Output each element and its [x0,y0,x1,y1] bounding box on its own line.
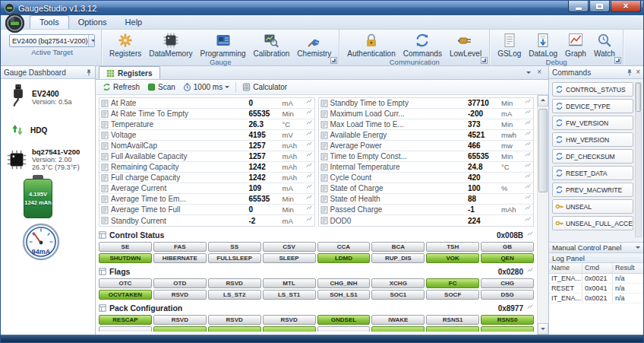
register-row-average-power[interactable]: Average Power466mw [319,141,534,151]
register-row-average-current[interactable]: Average Current109mA [99,183,314,194]
dialog-launcher-button[interactable] [481,57,488,64]
spark-icon[interactable] [526,230,534,237]
dialog-launcher-button[interactable] [330,57,337,64]
register-row-nomavailcap[interactable]: NomAvailCap1257mAh [99,141,314,151]
register-row-full-available-capacity[interactable]: Full Available Capacity1257mAh [99,151,314,162]
spark-icon[interactable] [524,141,532,147]
ribbon-button-registers[interactable]: Registers [106,31,145,58]
tab-help[interactable]: Help [116,16,152,29]
ribbon-button-datamemory[interactable]: DataMemory [145,31,196,58]
dashboard-bus-item[interactable]: HDQ [1,122,95,138]
spark-icon[interactable] [305,98,313,104]
bit-flag[interactable] [317,326,371,332]
bit-flag-ls-st1[interactable]: LS_ST1 [263,290,316,300]
ribbon-button-datalog[interactable]: DataLog [525,31,561,58]
spark-icon[interactable] [524,205,532,211]
bit-flag-ldmd[interactable]: LDMD [317,253,371,263]
register-row-average-time-to-em[interactable]: Average Time to Em...65535Min [99,194,314,205]
register-row-standby-time-to-empty[interactable]: Standby Time to Empty37710Min [319,98,534,109]
command-button-control-status[interactable]: CONTROL_STATUS [552,82,633,97]
spark-icon[interactable] [305,194,313,200]
bit-flag-chg[interactable]: CHG [481,278,534,288]
ribbon-button-watch[interactable]: Watch [590,31,619,58]
bit-flag-bca[interactable]: BCA [371,242,425,252]
ribbon-button-chemistry[interactable]: Chemistry [293,31,335,58]
bit-flag[interactable] [153,326,207,332]
battery-icon[interactable]: 4.195V 1242 mAh [24,175,52,218]
commands-scrollbar[interactable] [635,82,642,237]
bit-flag[interactable] [99,326,152,332]
bit-flag-csv[interactable]: CSV [263,242,316,252]
close-button[interactable] [611,1,641,12]
spark-icon[interactable] [305,130,313,136]
maximize-button[interactable] [589,1,610,12]
tab-registers[interactable]: Registers [99,66,160,79]
spark-icon[interactable] [305,141,313,147]
bit-flag-fas[interactable]: FAS [153,242,207,252]
spark-icon[interactable] [524,216,532,222]
bit-flag-se[interactable]: SE [99,242,152,252]
command-button-fw-version[interactable]: FW_VERSION [552,116,633,130]
refresh-button[interactable]: Refresh [99,81,144,94]
bit-flag-ls-st2[interactable]: LS_ST2 [208,290,261,300]
bit-flag-qen[interactable]: QEN [481,253,534,263]
bit-flag-shutdwn[interactable]: SHUTDWN [99,253,152,263]
bit-flag[interactable] [426,326,479,332]
spark-icon[interactable] [524,98,532,104]
bit-flag-gndsel[interactable]: GNDSEL [317,315,371,325]
bit-flag[interactable] [481,326,534,332]
scan-interval-dropdown[interactable]: 1000 ms [179,81,233,94]
register-row-voltage[interactable]: Voltage4195mV [99,130,314,141]
bit-flag-soh-ls1[interactable]: SOH_LS1 [317,290,371,300]
register-row-at-rate-time-to-empty[interactable]: At Rate Time To Empty65535Min [99,109,314,119]
ribbon-button-commands[interactable]: Commands [399,31,446,58]
dashboard-adapter-item[interactable]: EV2400 Version: 0.5a [1,84,95,111]
register-row-state-of-health[interactable]: State of Health88 [319,194,534,205]
bit-flag-soc1[interactable]: SOC1 [371,290,425,300]
ribbon-button-calibration[interactable]: Calibration [250,31,294,58]
spark-icon[interactable] [526,267,534,273]
register-row-available-energy[interactable]: Available Energy4521mwh [319,130,534,141]
scan-button[interactable]: Scan [144,81,179,94]
bit-flag-iwake[interactable]: IWAKE [371,315,425,325]
scroll-down-button[interactable] [538,323,548,335]
register-row-standby-current[interactable]: Standby Current-2mA [99,215,314,226]
spark-icon[interactable] [524,173,532,179]
spark-icon[interactable] [524,151,532,157]
bit-flag-gb[interactable]: GB [481,242,534,252]
pin-icon[interactable] [86,68,92,77]
bit-flag-ss[interactable]: SS [208,242,261,252]
ribbon-button-lowlevel[interactable]: LowLevel [446,31,485,58]
bit-flag-fc[interactable]: FC [426,278,479,288]
command-button-prev-macwrite[interactable]: PREV_MACWRITE [552,183,633,197]
bit-flag-sleep[interactable]: SLEEP [263,253,316,263]
bit-flag-rsvd[interactable]: RSVD [208,278,261,288]
bit-flag-tsh[interactable]: TSH [426,242,479,252]
bit-flag[interactable] [371,326,425,332]
register-row-state-of-charge[interactable]: State of Charge100% [319,183,534,194]
spark-icon[interactable] [526,303,534,310]
bit-flag-rsvd[interactable]: RSVD [153,315,207,325]
register-row-dod0[interactable]: DOD0224 [319,215,534,226]
bit-flag-cca[interactable]: CCA [317,242,371,252]
spark-icon[interactable] [524,183,532,189]
bit-flag-socf[interactable]: SOCF [426,290,479,300]
command-button-device-type[interactable]: DEVICE_TYPE [552,99,633,113]
scrollbar-thumb[interactable] [538,109,548,192]
bit-flag-rsns0[interactable]: RSNS0 [481,315,534,325]
spark-icon[interactable] [305,162,313,168]
bit-flag-hibernate[interactable]: HIBERNATE [153,253,207,263]
register-row-time-to-empty-const[interactable]: Time to Empty Const...65535Min [319,151,534,162]
command-button-df-checksum[interactable]: DF_CHECKSUM [552,149,633,164]
bit-flag-rsvd[interactable]: RSVD [153,290,207,300]
register-row-temperature[interactable]: Temperature26.3°C [99,119,314,130]
spark-icon[interactable] [305,216,313,222]
register-row-cycle-count[interactable]: Cycle Count420 [319,173,534,183]
spark-icon[interactable] [524,109,532,115]
pin-icon[interactable] [627,68,633,77]
register-row-passed-charge[interactable]: Passed Charge-1mAh [319,205,534,215]
spark-icon[interactable] [305,183,313,189]
close-panel-icon[interactable]: × [636,68,640,76]
spark-icon[interactable] [305,205,313,211]
spark-icon[interactable] [305,119,313,125]
